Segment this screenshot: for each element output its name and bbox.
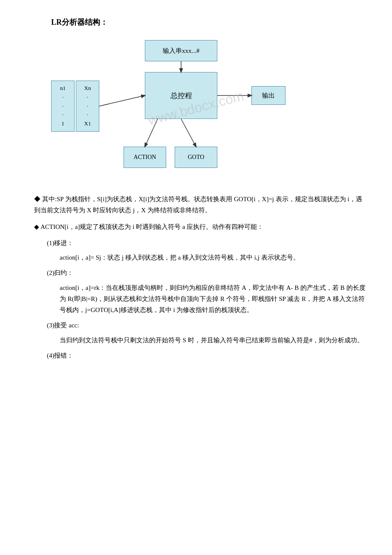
paragraph-2-text: ◆ ACTION[i，a]规定了栈顶状态为 i 时遇到输入符号 a 应执行。动作… [34, 223, 263, 230]
sub-item-4-title-text: (4)报错： [47, 352, 74, 359]
stack-state-label: n1 · · · 1 [60, 84, 66, 128]
action-box-label: ACTION [134, 154, 156, 161]
output-box-label: 输出 [262, 92, 275, 100]
sub-item-2-title-text: (2)归约： [47, 269, 74, 276]
control-box: 总控程 [145, 72, 217, 119]
sub-item-1-body-text: action[i，a]= Sj：状态 j 移入到状态栈，把 a 移入到文法符号栈… [60, 254, 300, 261]
input-box: 输入串xxx...# [145, 40, 217, 61]
sub-item-1-title-text: (1)移进： [47, 240, 74, 246]
sub-item-1-title: (1)移进： [47, 237, 366, 249]
sub-item-3-title: (3)接受 acc: [47, 320, 366, 331]
paragraph-1: ◆ 其中:SP 为栈指针，S[i]为状态栈，X[i]为文法符号栈。状态转换表用 … [34, 194, 366, 216]
output-box: 输出 [251, 86, 285, 105]
svg-line-4 [181, 119, 196, 147]
sub-item-3-body: 当归约到文法符号栈中只剩文法的开始符号 S 时，并且输入符号串已结束即当前输入符… [60, 335, 366, 346]
page-title: LR分析器结构： [51, 17, 366, 27]
input-box-label: 输入串xxx...# [163, 47, 199, 55]
sub-item-2-body-text: action[i，a]=rk：当在栈顶形成句柄时，则归约为相应的非终结符 A，即… [60, 284, 366, 314]
svg-line-2 [99, 95, 145, 106]
stack-symbol-box: Xn · · · X1 [76, 81, 99, 132]
sub-item-4-title: (4)报错： [47, 350, 366, 361]
stack-state-box: n1 · · · 1 [51, 81, 75, 132]
sub-item-2-title: (2)归约： [47, 267, 366, 278]
paragraph-2: ◆ ACTION[i，a]规定了栈顶状态为 i 时遇到输入符号 a 应执行。动作… [34, 221, 366, 232]
paragraph-1-text: ◆ 其中:SP 为栈指针，S[i]为状态栈，X[i]为文法符号栈。状态转换表用 … [34, 196, 362, 214]
sub-item-2-body: action[i，a]=rk：当在栈顶形成句柄时，则归约为相应的非终结符 A，即… [60, 282, 366, 316]
goto-box-label: GOTO [188, 154, 205, 161]
stack-symbol-label: Xn · · · X1 [84, 84, 91, 128]
lr-diagram: www.bdocx.com 输入串xxx...# n1 · · · 1 Xn ·… [26, 36, 366, 181]
goto-box: GOTO [175, 147, 217, 168]
sub-item-1-body: action[i，a]= Sj：状态 j 移入到状态栈，把 a 移入到文法符号栈… [60, 252, 366, 263]
action-box: ACTION [124, 147, 166, 168]
sub-item-3-title-text: (3)接受 acc: [47, 322, 79, 329]
control-box-label: 总控程 [170, 91, 192, 101]
svg-line-3 [145, 119, 158, 147]
sub-item-3-body-text: 当归约到文法符号栈中只剩文法的开始符号 S 时，并且输入符号串已结束即当前输入符… [60, 337, 363, 344]
